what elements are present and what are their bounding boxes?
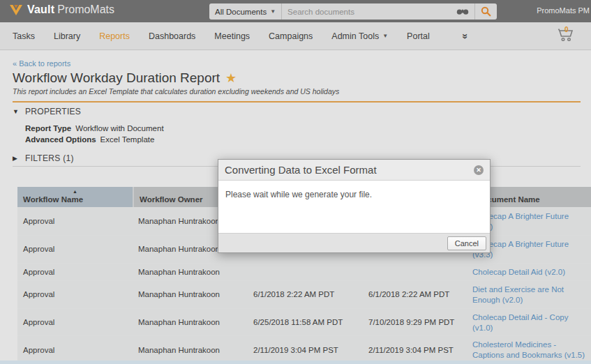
document-link[interactable]: Cholesterol Medicines - Captions and Boo…	[470, 336, 591, 363]
sort-ascending-icon: ▲	[73, 189, 77, 194]
property-row: Report TypeWorkflow with Document	[25, 123, 164, 135]
workflow-name-cell: Approval	[17, 264, 133, 280]
filters-section: ▶ FILTERS (1)	[13, 153, 74, 163]
property-value: Workflow with Document	[75, 124, 163, 132]
workflow-name-cell: Approval	[17, 336, 133, 363]
vault-logo[interactable]: Vault PromoMats	[9, 3, 114, 16]
workflow-name-cell: Approval	[17, 236, 133, 263]
close-icon[interactable]: ✕	[474, 165, 484, 175]
dialog-body: Please wait while we generate your file.	[218, 181, 490, 233]
property-label: Advanced Options	[25, 135, 96, 144]
property-value: Excel Template	[100, 135, 155, 144]
tab-campaigns[interactable]: Campaigns	[269, 31, 313, 41]
cart-button[interactable]: 0	[558, 28, 576, 45]
workflow-name-cell: Approval	[17, 281, 133, 308]
tab-tasks[interactable]: Tasks	[13, 31, 35, 41]
cancel-button[interactable]: Cancel	[447, 236, 486, 250]
property-label: Report Type	[25, 124, 71, 132]
filters-heading: FILTERS (1)	[25, 153, 74, 163]
workflow-owner-cell: Manaphan Huntrakoon	[133, 264, 248, 280]
table-row: Approval Manaphan Huntrakoon 6/1/2018 2:…	[17, 280, 591, 308]
dialog-title: Converting Data to Excel Format	[225, 164, 377, 176]
workflow-owner-cell: Manaphan Huntrakoon	[133, 336, 248, 363]
properties-header[interactable]: ▼ PROPERTIES	[13, 107, 164, 116]
report-description: This report includes an Excel Template t…	[13, 87, 339, 96]
app-window: Vault PromoMats All Documents ▼	[0, 0, 591, 364]
document-link[interactable]: Cholecap Detail Aid (v2.0)	[470, 264, 591, 280]
table-row: Approval Manaphan Huntrakoon Cholecap De…	[17, 263, 591, 280]
complete-date-cell	[363, 264, 470, 280]
page-title: Workflow Workday Duration Report	[13, 70, 220, 86]
complete-date-cell: 7/10/2018 9:29 PM PDT	[363, 309, 470, 336]
chevron-down-icon: ▼	[270, 8, 276, 15]
convert-excel-dialog: Converting Data to Excel Format ✕ Please…	[218, 159, 491, 253]
vault-v-icon	[9, 4, 23, 16]
complete-date-cell: 2/11/2019 3:04 PM PST	[363, 336, 470, 363]
start-date-cell: 6/1/2018 2:22 AM PDT	[248, 281, 363, 308]
expand-triangle-icon: ▶	[13, 155, 18, 162]
main-navigation: Tasks Library Reports Dashboards Meeting…	[0, 22, 591, 50]
properties-section: ▼ PROPERTIES Report TypeWorkflow with Do…	[13, 107, 164, 145]
document-link[interactable]: Cholecap Detail Aid - Copy (v1.0)	[470, 309, 591, 336]
tab-reports[interactable]: Reports	[99, 31, 130, 41]
favorite-star-icon[interactable]: ★	[225, 72, 237, 84]
table-row: Approval Manaphan Huntrakoon 2/11/2019 3…	[17, 335, 591, 363]
search-bar: All Documents ▼	[209, 3, 497, 20]
start-date-cell: 6/25/2018 11:58 AM PDT	[248, 309, 363, 336]
workflow-owner-cell: Manaphan Huntrakoon	[133, 309, 248, 336]
dialog-header: Converting Data to Excel Format ✕	[218, 160, 490, 181]
complete-date-cell: 6/1/2018 2:22 AM PDT	[363, 281, 470, 308]
tab-dashboards[interactable]: Dashboards	[149, 31, 195, 41]
brand-vault: Vault	[27, 3, 54, 16]
workflow-name-cell: Approval	[17, 208, 133, 235]
top-bar: Vault PromoMats All Documents ▼	[0, 0, 591, 22]
document-link[interactable]: Diet and Exercise are Not Enough (v2.0)	[470, 281, 591, 308]
search-scope-dropdown[interactable]: All Documents ▼	[209, 3, 282, 20]
start-date-cell: 2/11/2019 3:04 PM PST	[248, 336, 363, 363]
tab-library[interactable]: Library	[54, 31, 80, 41]
page-title-row: Workflow Workday Duration Report ★	[13, 70, 237, 86]
tab-portal[interactable]: Portal	[407, 31, 430, 41]
header-divider	[13, 101, 581, 103]
start-date-cell	[248, 264, 363, 280]
properties-list: Report TypeWorkflow with Document Advanc…	[25, 123, 164, 145]
back-to-reports-link[interactable]: « Back to reports	[13, 59, 70, 68]
workflow-name-cell: Approval	[17, 309, 133, 336]
cart-count-badge: 0	[564, 26, 569, 33]
search-button[interactable]	[474, 3, 497, 20]
nav-tabs: Tasks Library Reports Dashboards Meeting…	[13, 31, 467, 42]
dialog-message: Please wait while we generate your file.	[225, 190, 372, 199]
column-header-workflow-name[interactable]: ▲ Workflow Name	[17, 187, 133, 207]
tab-meetings[interactable]: Meetings	[214, 31, 250, 41]
more-tabs-icon[interactable]: «	[458, 33, 470, 39]
search-scope-label: All Documents	[215, 8, 267, 16]
search-input[interactable]	[282, 8, 451, 16]
advanced-search-icon[interactable]	[451, 8, 474, 15]
filters-header[interactable]: ▶ FILTERS (1)	[13, 153, 74, 163]
table-row: Approval Manaphan Huntrakoon 6/25/2018 1…	[17, 308, 591, 336]
workflow-owner-cell: Manaphan Huntrakoon	[133, 281, 248, 308]
dialog-footer: Cancel	[218, 233, 490, 252]
chevron-down-icon: ▼	[382, 33, 388, 39]
brand-product: PromoMats	[57, 3, 114, 16]
user-account-label[interactable]: PromoMats PM	[537, 6, 590, 15]
bottom-bar-edge	[0, 361, 591, 364]
search-icon	[481, 6, 491, 17]
tab-admin-tools[interactable]: Admin Tools ▼	[331, 31, 388, 41]
property-row: Advanced OptionsExcel Template	[25, 135, 164, 146]
collapse-triangle-icon: ▼	[13, 108, 18, 115]
properties-heading: PROPERTIES	[25, 107, 81, 116]
